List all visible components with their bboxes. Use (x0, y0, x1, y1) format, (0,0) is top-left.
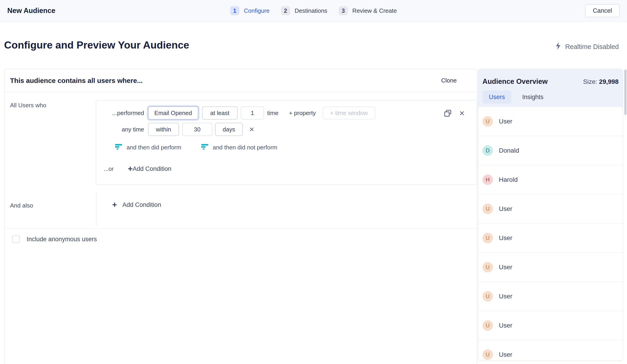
user-name: User (499, 118, 512, 125)
step-configure[interactable]: 1Configure (230, 6, 270, 15)
user-row[interactable]: UUser (478, 282, 623, 311)
user-row[interactable]: UUser (478, 107, 623, 136)
user-row[interactable]: UUser (478, 253, 623, 282)
step-destinations[interactable]: 2Destinations (281, 6, 327, 15)
close-icon (459, 114, 465, 117)
overview-title: Audience Overview (482, 77, 548, 86)
panel-scrollbar[interactable] (624, 69, 627, 115)
user-name: User (499, 322, 512, 329)
step-review-create[interactable]: 3Review & Create (339, 6, 397, 15)
funnel-filter-icon (201, 144, 208, 151)
audience-builder-card: This audience contains all users where..… (4, 69, 477, 364)
condition-row-timewindow: any time within days (96, 123, 255, 136)
avatar: H (482, 175, 493, 185)
bolt-icon (555, 42, 562, 52)
page-heading: Configure and Preview Your Audience (4, 39, 189, 51)
tab-insights[interactable]: Insights (516, 91, 550, 104)
then-did-perform-button[interactable]: and then did perform (115, 144, 181, 151)
remove-time-window-button[interactable] (249, 126, 255, 132)
user-name: User (499, 234, 512, 242)
topbar: New Audience 1Configure2Destinations3Rev… (0, 0, 627, 22)
then-did-not-perform-label: and then did not perform (213, 144, 277, 151)
audience-size: Size: 29,998 (583, 78, 619, 86)
step-label: Configure (244, 7, 270, 14)
page-title: New Audience (7, 7, 55, 15)
anonymous-users-row: Include anonymous users (12, 235, 97, 243)
builder-body: All Users who ...performed Email Opened … (4, 92, 477, 364)
avatar: U (482, 233, 493, 243)
clone-button[interactable]: Clone (441, 77, 457, 84)
plus-icon: + (128, 165, 133, 173)
plus-icon: + (112, 201, 117, 209)
avatar: U (482, 204, 493, 214)
builder-title: This audience contains all users where..… (10, 77, 143, 85)
condition-group: ...performed Email Opened at least time … (96, 100, 477, 185)
avatar: U (482, 320, 493, 331)
avatar: U (482, 116, 493, 127)
audience-overview-panel: Audience Overview Size: 29,998 UsersInsi… (478, 69, 623, 361)
user-name: Donald (499, 147, 519, 154)
close-icon (249, 130, 255, 133)
sequence-actions-row: and then did perform and then did not pe… (115, 144, 277, 151)
remove-condition-button[interactable] (459, 110, 465, 116)
anytime-label: any time (96, 126, 144, 133)
and-also-divider (96, 191, 97, 226)
or-label: ...or (104, 165, 114, 173)
condition-row-event: ...performed Email Opened at least time … (96, 106, 375, 120)
time-label: time (267, 110, 278, 117)
add-condition-label: Add Condition (122, 201, 161, 208)
include-anonymous-checkbox[interactable] (12, 235, 20, 243)
then-did-perform-label: and then did perform (127, 144, 181, 151)
copy-icon (444, 115, 452, 118)
step-number: 1 (230, 6, 239, 15)
count-input[interactable] (241, 106, 264, 120)
size-label: Size: (583, 78, 597, 85)
user-name: User (499, 205, 512, 213)
user-row[interactable]: UUser (478, 194, 623, 224)
or-condition-row: ...or + Add Condition (104, 165, 171, 173)
user-name: User (499, 264, 512, 271)
user-row[interactable]: DDonald (478, 136, 623, 165)
user-row[interactable]: UUser (478, 311, 623, 340)
user-row[interactable]: UUser (478, 340, 623, 361)
step-label: Review & Create (352, 7, 397, 14)
and-also-label: And also (10, 202, 33, 209)
overview-tabs: UsersInsights (482, 91, 619, 104)
user-name: User (499, 351, 512, 358)
include-anonymous-label: Include anonymous users (27, 236, 97, 243)
overview-header: Audience Overview Size: 29,998 UsersInsi… (478, 69, 623, 107)
add-or-condition-button[interactable]: Add Condition (133, 165, 171, 173)
window-operator-select[interactable]: within (148, 123, 179, 136)
user-list: UUserDDonaldHHaroldUUserUUserUUserUUserU… (478, 107, 623, 361)
add-and-condition-button[interactable]: + Add Condition (112, 201, 161, 209)
cancel-button[interactable]: Cancel (585, 4, 620, 17)
then-did-not-perform-button[interactable]: and then did not perform (201, 144, 277, 151)
avatar: U (482, 349, 493, 360)
event-select[interactable]: Email Opened (148, 106, 198, 120)
tab-users[interactable]: Users (482, 91, 511, 104)
realtime-status: Realtime Disabled (555, 42, 619, 52)
avatar: D (482, 145, 493, 156)
section-divider (4, 228, 477, 229)
performed-label: ...performed (96, 110, 144, 117)
avatar: U (482, 291, 493, 302)
stepper: 1Configure2Destinations3Review & Create (230, 6, 397, 15)
operator-select[interactable]: at least (202, 106, 238, 120)
user-name: Harold (499, 176, 518, 183)
funnel-filter-icon (115, 144, 122, 151)
realtime-label: Realtime Disabled (565, 43, 619, 50)
user-row[interactable]: HHarold (478, 165, 623, 194)
step-number: 3 (339, 6, 348, 15)
group-label: All Users who (10, 102, 46, 109)
screen: New Audience 1Configure2Destinations3Rev… (0, 0, 627, 364)
add-condition-label: Add Condition (133, 165, 171, 173)
user-row[interactable]: UUser (478, 224, 623, 253)
user-name: User (499, 293, 512, 300)
avatar: U (482, 262, 493, 273)
window-unit-select[interactable]: days (215, 123, 243, 136)
duplicate-condition-button[interactable] (444, 109, 452, 117)
step-label: Destinations (295, 7, 327, 14)
add-property-button[interactable]: + property (289, 110, 316, 117)
add-time-window-button[interactable]: + time window (323, 107, 375, 119)
window-count-input[interactable] (182, 123, 212, 136)
